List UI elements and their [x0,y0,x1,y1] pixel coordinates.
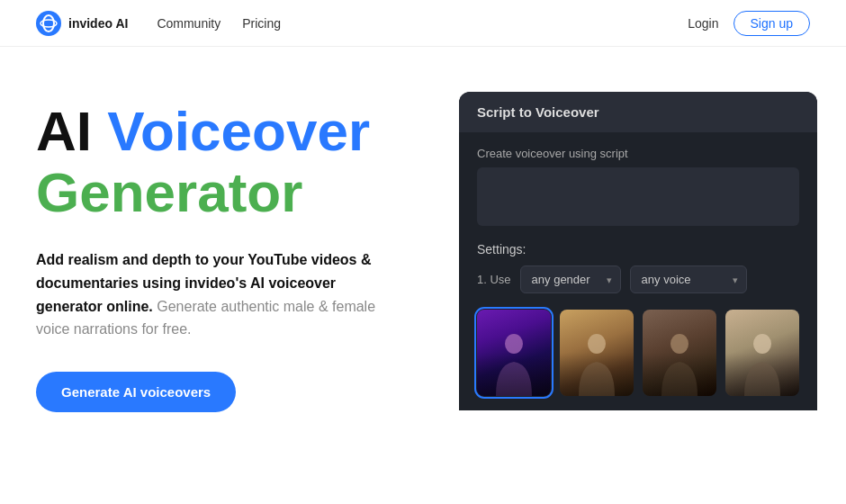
login-button[interactable]: Login [688,16,718,31]
hero-title: AI Voiceover Generator [36,101,423,223]
logo[interactable]: invideo AI [36,11,128,36]
hero-description: Add realism and depth to your YouTube vi… [36,248,378,340]
script-textarea[interactable] [477,167,799,226]
nav-pricing[interactable]: Pricing [242,16,281,31]
panel-header: Script to Voiceover [459,92,817,132]
nav-right: Login Sign up [688,11,810,36]
generate-voiceovers-button[interactable]: Generate AI voiceovers [36,372,236,412]
navbar: invideo AI Community Pricing Login Sign … [0,0,846,47]
title-voiceover: Voiceover [107,100,370,162]
gender-dropdown-wrapper: any gender male female [520,266,621,293]
settings-row: 1. Use any gender male female any voice [477,266,799,293]
avatar-card-1[interactable] [477,310,551,396]
avatars-row [477,310,799,396]
logo-icon [36,11,61,36]
avatar-card-4[interactable] [725,310,799,396]
voiceover-panel: Script to Voiceover Create voiceover usi… [459,92,817,410]
use-label: 1. Use [477,273,511,286]
hero-right: Script to Voiceover Create voiceover usi… [459,83,817,410]
svg-point-5 [670,334,688,354]
hero-left: AI Voiceover Generator Add realism and d… [36,83,423,412]
avatar-person-4 [735,324,789,396]
nav-links: Community Pricing [157,16,688,31]
voice-dropdown-wrapper: any voice [630,266,747,293]
avatar-person-2 [570,324,624,396]
script-label: Create voiceover using script [477,147,799,160]
svg-point-6 [753,334,771,354]
voice-dropdown[interactable]: any voice [630,266,747,293]
svg-point-4 [588,334,606,354]
title-generator: Generator [36,161,302,223]
hero-section: AI Voiceover Generator Add realism and d… [0,47,846,504]
avatar-card-2[interactable] [560,310,634,396]
avatar-card-3[interactable] [643,310,716,396]
panel-title: Script to Voiceover [477,104,599,120]
logo-text: invideo AI [68,16,128,31]
settings-label: Settings: [477,242,799,256]
signup-button[interactable]: Sign up [734,11,810,36]
nav-community[interactable]: Community [157,16,220,31]
avatar-person-3 [652,324,706,396]
title-ai: AI [36,100,92,162]
gender-dropdown[interactable]: any gender male female [520,266,621,293]
panel-body: Create voiceover using script Settings: … [459,132,817,410]
svg-point-3 [505,334,523,354]
avatar-person-1 [487,324,541,396]
